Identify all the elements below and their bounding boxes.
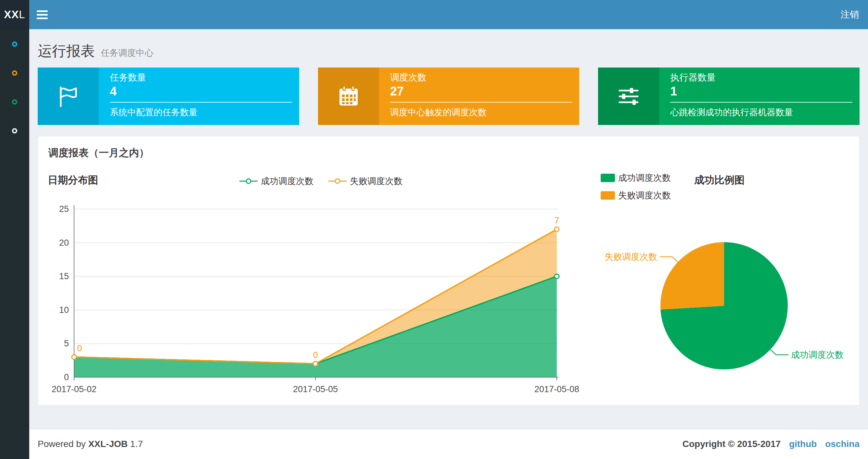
- line-marker-icon: [329, 178, 347, 185]
- pie-chart-legend: 成功调度次数 失败调度次数: [601, 172, 671, 201]
- legend-label: 成功调度次数: [261, 175, 313, 187]
- success-point-marker: [555, 274, 559, 278]
- circle-outline-icon: [12, 41, 17, 47]
- y-axis-tick-label: 10: [59, 305, 69, 315]
- sliders-icon: [598, 67, 659, 125]
- y-axis-tick-label: 15: [59, 271, 69, 281]
- legend-label: 失败调度次数: [350, 175, 402, 187]
- legend-item-fail[interactable]: 失败调度次数: [329, 175, 402, 187]
- product-version: 1.7: [130, 439, 143, 449]
- tile-value: 27: [390, 84, 572, 99]
- pie-label-line: [660, 257, 678, 262]
- legend-label: 成功调度次数: [618, 172, 671, 184]
- tile-value: 4: [110, 84, 292, 99]
- line-marker-icon: [240, 178, 258, 185]
- legend-item-success[interactable]: 成功调度次数: [240, 175, 313, 187]
- executor-count-tile: 执行器数量 1 心跳检测成功的执行器机器数量: [598, 67, 860, 125]
- app-logo-text-light: L: [19, 8, 25, 21]
- github-link[interactable]: github: [789, 439, 817, 449]
- sidebar-item-4[interactable]: [0, 116, 29, 145]
- pie-chart-title: 成功比例图: [694, 173, 745, 187]
- date-distribution-chart: 05101520252017-05-0202017-05-0502017-05-…: [38, 195, 584, 402]
- pie-slice: [660, 242, 724, 309]
- tile-label: 任务数量: [110, 72, 292, 83]
- circle-outline-icon: [12, 99, 17, 104]
- fail-point-marker: [72, 355, 76, 359]
- legend-label: 失败调度次数: [618, 190, 671, 201]
- summary-tiles: 任务数量 4 系统中配置的任务数量 调度次数 27 调度中心触发的调度次数: [38, 67, 860, 125]
- panel-title: 调度报表（一月之内）: [49, 146, 149, 160]
- tile-value: 1: [670, 84, 852, 99]
- page-header: 运行报表 任务调度中心: [38, 41, 153, 61]
- success-ratio-pie-chart: 成功调度次数失败调度次数: [590, 212, 860, 402]
- calendar-icon: [318, 67, 379, 125]
- page-subtitle: 任务调度中心: [101, 48, 153, 58]
- pie-slice-label: 失败调度次数: [604, 252, 657, 262]
- legend-item-fail[interactable]: 失败调度次数: [601, 190, 671, 201]
- pie-slice-label: 成功调度次数: [791, 350, 844, 360]
- tile-divider: [670, 102, 852, 103]
- tile-divider: [110, 102, 292, 103]
- fail-point-label: 0: [313, 350, 318, 360]
- copyright-text: Copyright © 2015-2017: [683, 439, 781, 449]
- line-chart-title: 日期分布图: [48, 173, 98, 187]
- schedule-report-panel: 调度报表（一月之内） 日期分布图 成功调度次数 失败调度次数 成功调度次数: [38, 136, 860, 405]
- logout-link[interactable]: 注销: [832, 0, 868, 29]
- y-axis-tick-label: 5: [64, 338, 69, 348]
- hamburger-icon: [37, 10, 48, 12]
- page-title: 运行报表: [38, 43, 95, 59]
- circle-outline-icon: [12, 70, 17, 76]
- x-axis-tick-label: 2017-05-02: [52, 384, 96, 394]
- fail-point-label: 7: [554, 216, 559, 225]
- tile-label: 调度次数: [390, 72, 572, 83]
- fail-point-marker: [313, 362, 318, 366]
- sidebar-toggle-button[interactable]: [29, 0, 55, 29]
- legend-item-success[interactable]: 成功调度次数: [601, 172, 671, 184]
- oschina-link[interactable]: oschina: [825, 439, 860, 449]
- job-count-tile: 任务数量 4 系统中配置的任务数量: [38, 67, 299, 125]
- tile-description: 系统中配置的任务数量: [110, 107, 292, 118]
- powered-by: Powered by XXL-JOB 1.7: [38, 439, 143, 449]
- y-axis-tick-label: 25: [59, 204, 69, 214]
- flag-icon: [38, 67, 99, 125]
- swatch-icon: [601, 174, 615, 182]
- top-navbar: XXL 注销: [0, 0, 868, 29]
- fail-point-marker: [555, 227, 559, 231]
- product-name: XXL-JOB: [88, 439, 128, 449]
- y-axis-tick-label: 0: [64, 372, 69, 382]
- pie-label-line: [771, 350, 788, 355]
- swatch-icon: [601, 191, 615, 200]
- tile-description: 调度中心触发的调度次数: [390, 107, 572, 118]
- x-axis-tick-label: 2017-05-05: [293, 384, 338, 394]
- circle-outline-icon: [12, 128, 17, 133]
- page-footer: Powered by XXL-JOB 1.7 Copyright © 2015-…: [29, 429, 868, 459]
- copyright-area: Copyright © 2015-2017 github oschina: [683, 439, 860, 449]
- tile-divider: [390, 102, 572, 103]
- app-logo[interactable]: XXL: [0, 0, 29, 29]
- line-chart-legend: 成功调度次数 失败调度次数: [240, 175, 402, 187]
- sidebar-item-3[interactable]: [0, 87, 29, 116]
- tile-description: 心跳检测成功的执行器机器数量: [670, 107, 852, 118]
- sidebar-item-2[interactable]: [0, 59, 29, 87]
- trigger-count-tile: 调度次数 27 调度中心触发的调度次数: [318, 67, 580, 125]
- sidebar-item-1[interactable]: [0, 30, 29, 59]
- tile-label: 执行器数量: [670, 72, 852, 83]
- x-axis-tick-label: 2017-05-08: [534, 384, 579, 394]
- y-axis-tick-label: 20: [59, 238, 69, 248]
- collapsed-sidebar: [0, 29, 29, 459]
- fail-point-label: 0: [77, 343, 82, 353]
- app-logo-text-bold: XX: [4, 8, 19, 21]
